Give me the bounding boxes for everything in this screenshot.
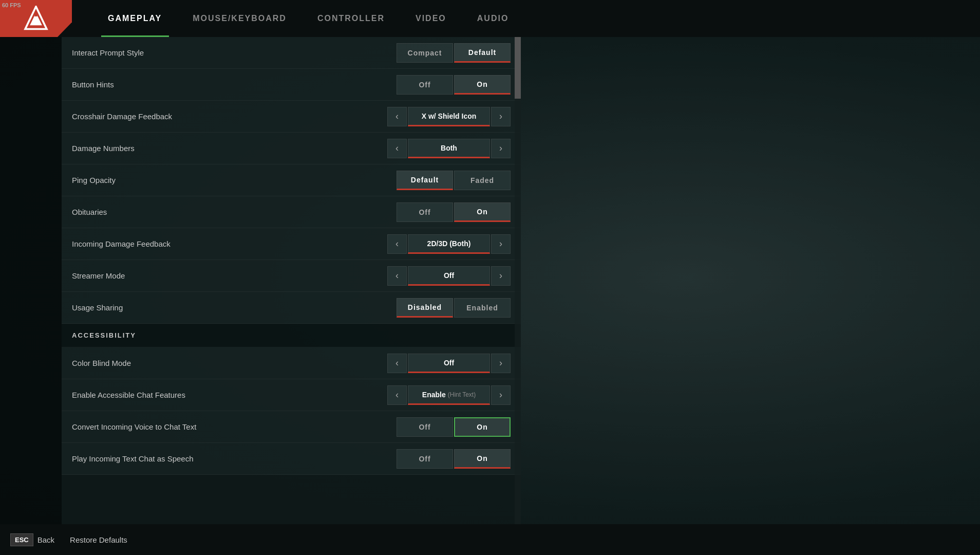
esc-key-label: ESC — [10, 533, 33, 546]
accessibility-title: ACCESSIBILITY — [72, 331, 136, 339]
control-text-as-speech: Off On — [397, 449, 511, 469]
settings-list: Interact Prompt Style Compact Default Bu… — [62, 37, 521, 475]
value-crosshair-damage: X w/ Shield Icon — [408, 107, 490, 126]
chevron-left-chat[interactable]: ‹ — [387, 385, 407, 405]
label-interact-prompt-style: Interact Prompt Style — [72, 48, 397, 57]
tab-audio[interactable]: AUDIO — [462, 0, 524, 37]
label-voice-to-text: Convert Incoming Voice to Chat Text — [72, 422, 397, 431]
control-ping-opacity: Default Faded — [397, 171, 511, 190]
fps-badge: 60 FPS — [2, 2, 21, 8]
control-color-blind: ‹ Off › — [387, 354, 511, 373]
btn-sharing-enabled[interactable]: Enabled — [454, 298, 511, 318]
label-damage-numbers: Damage Numbers — [72, 144, 387, 153]
value-color-blind: Off — [408, 354, 490, 373]
setting-usage-sharing: Usage Sharing Disabled Enabled — [62, 292, 521, 324]
top-bar: 60 FPS GAMEPLAY MOUSE/KEYBOARD CONTROLLE… — [0, 0, 980, 37]
control-incoming-damage: ‹ 2D/3D (Both) › — [387, 234, 511, 254]
right-panel — [521, 37, 980, 524]
restore-defaults-button[interactable]: Restore Defaults — [70, 535, 127, 544]
label-obituaries: Obituaries — [72, 208, 397, 216]
tab-mouse-keyboard[interactable]: MOUSE/KEYBOARD — [177, 0, 302, 37]
control-usage-sharing: Disabled Enabled — [397, 298, 511, 318]
label-accessible-chat: Enable Accessible Chat Features — [72, 391, 387, 399]
tab-video[interactable]: VIDEO — [400, 0, 462, 37]
tab-gameplay[interactable]: GAMEPLAY — [92, 0, 177, 37]
btn-interact-compact[interactable]: Compact — [397, 43, 453, 63]
setting-streamer-mode: Streamer Mode ‹ Off › — [62, 260, 521, 292]
value-incoming-damage: 2D/3D (Both) — [408, 234, 490, 254]
btn-ping-faded[interactable]: Faded — [454, 171, 511, 190]
btn-obit-off[interactable]: Off — [397, 202, 453, 222]
accessible-chat-hint: (Hint Text) — [448, 391, 476, 398]
btn-hints-off[interactable]: Off — [397, 75, 453, 95]
setting-damage-numbers: Damage Numbers ‹ Both › — [62, 133, 521, 164]
btn-sharing-disabled[interactable]: Disabled — [397, 298, 453, 318]
setting-crosshair-damage: Crosshair Damage Feedback ‹ X w/ Shield … — [62, 101, 521, 133]
label-button-hints: Button Hints — [72, 80, 397, 89]
control-streamer-mode: ‹ Off › — [387, 266, 511, 286]
value-accessible-chat: Enable (Hint Text) — [408, 385, 490, 405]
control-damage-numbers: ‹ Both › — [387, 139, 511, 158]
chevron-right-colorblind[interactable]: › — [491, 354, 511, 373]
label-color-blind: Color Blind Mode — [72, 359, 387, 367]
settings-panel: Interact Prompt Style Compact Default Bu… — [62, 37, 521, 524]
back-label: Back — [37, 535, 54, 544]
label-streamer-mode: Streamer Mode — [72, 271, 387, 280]
chevron-left-incoming[interactable]: ‹ — [387, 234, 407, 254]
setting-obituaries: Obituaries Off On — [62, 196, 521, 228]
setting-accessible-chat: Enable Accessible Chat Features ‹ Enable… — [62, 379, 521, 411]
btn-speech-on[interactable]: On — [454, 449, 511, 469]
label-text-as-speech: Play Incoming Text Chat as Speech — [72, 454, 397, 463]
setting-interact-prompt-style: Interact Prompt Style Compact Default — [62, 37, 521, 69]
chevron-right-incoming[interactable]: › — [491, 234, 511, 254]
chevron-left-streamer[interactable]: ‹ — [387, 266, 407, 286]
tab-controller[interactable]: CONTROLLER — [302, 0, 400, 37]
nav-tabs: GAMEPLAY MOUSE/KEYBOARD CONTROLLER VIDEO… — [92, 0, 524, 37]
setting-text-as-speech: Play Incoming Text Chat as Speech Off On — [62, 443, 521, 475]
ui-root: 60 FPS GAMEPLAY MOUSE/KEYBOARD CONTROLLE… — [0, 0, 980, 555]
setting-button-hints: Button Hints Off On — [62, 69, 521, 101]
left-panel — [0, 37, 62, 524]
btn-hints-on[interactable]: On — [454, 75, 511, 95]
label-incoming-damage: Incoming Damage Feedback — [72, 239, 387, 248]
value-damage-numbers: Both — [408, 139, 490, 158]
accessible-chat-main-value: Enable — [422, 391, 446, 399]
restore-label: Restore Defaults — [70, 535, 127, 544]
control-button-hints: Off On — [397, 75, 511, 95]
btn-obit-on[interactable]: On — [454, 202, 511, 222]
chevron-left-colorblind[interactable]: ‹ — [387, 354, 407, 373]
label-ping-opacity: Ping Opacity — [72, 176, 397, 184]
control-accessible-chat: ‹ Enable (Hint Text) › — [387, 385, 511, 405]
chevron-left-damage[interactable]: ‹ — [387, 139, 407, 158]
section-accessibility: ACCESSIBILITY — [62, 324, 521, 347]
chevron-right-chat[interactable]: › — [491, 385, 511, 405]
chevron-left-crosshair[interactable]: ‹ — [387, 107, 407, 126]
bottom-bar: ESC Back Restore Defaults — [0, 524, 980, 555]
label-usage-sharing: Usage Sharing — [72, 303, 397, 312]
btn-ping-default[interactable]: Default — [397, 171, 453, 190]
main-content: Interact Prompt Style Compact Default Bu… — [0, 37, 980, 524]
svg-rect-2 — [34, 13, 37, 16]
chevron-right-crosshair[interactable]: › — [491, 107, 511, 126]
setting-voice-to-text: Convert Incoming Voice to Chat Text Off … — [62, 411, 521, 443]
chevron-right-streamer[interactable]: › — [491, 266, 511, 286]
control-crosshair-damage: ‹ X w/ Shield Icon › — [387, 107, 511, 126]
scrollbar-track — [515, 37, 521, 524]
value-streamer-mode: Off — [408, 266, 490, 286]
back-button[interactable]: ESC Back — [10, 533, 54, 546]
apex-logo-icon — [23, 6, 49, 31]
chevron-right-damage[interactable]: › — [491, 139, 511, 158]
control-interact-prompt-style: Compact Default — [397, 43, 511, 63]
btn-voice-on[interactable]: On — [454, 417, 511, 437]
label-crosshair-damage: Crosshair Damage Feedback — [72, 112, 387, 121]
setting-incoming-damage: Incoming Damage Feedback ‹ 2D/3D (Both) … — [62, 228, 521, 260]
setting-ping-opacity: Ping Opacity Default Faded — [62, 164, 521, 196]
scrollbar-thumb[interactable] — [515, 37, 521, 99]
setting-color-blind: Color Blind Mode ‹ Off › — [62, 347, 521, 379]
btn-speech-off[interactable]: Off — [397, 449, 453, 469]
control-obituaries: Off On — [397, 202, 511, 222]
control-voice-to-text: Off On — [397, 417, 511, 437]
btn-voice-off[interactable]: Off — [397, 417, 453, 437]
btn-interact-default[interactable]: Default — [454, 43, 511, 63]
